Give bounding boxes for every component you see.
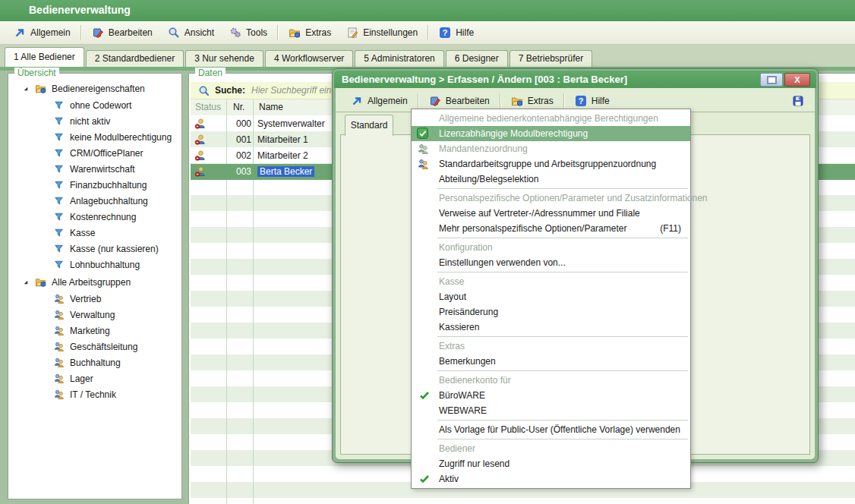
tree-item-lohnbuchhaltung[interactable]: Lohnbuchhaltung [52, 257, 140, 272]
dialog-menu-allgemein[interactable]: Allgemein [343, 93, 415, 109]
tree-node-alle-arbeitsgruppen[interactable]: Alle Arbeitsgruppen [22, 274, 131, 290]
menu-item-standardarbeitsgruppe[interactable]: Standardarbeitsgruppe und Arbeitsgruppen… [412, 156, 690, 172]
help-icon [575, 95, 587, 107]
dialog-menu-hilfe[interactable]: Hilfe [567, 93, 617, 109]
tree-item-marketing[interactable]: Marketing [52, 323, 110, 339]
menu-item-zugriff-nur-lesend[interactable]: Zugriff nur lesend [412, 456, 690, 471]
tab-standard[interactable]: Standard [345, 115, 393, 136]
tree-item-anlagebuchhaltung[interactable]: Anlagebuchhaltung [52, 193, 148, 209]
filter-icon [52, 227, 65, 238]
dialog-title: Bedienerverwaltung > Erfassen / Ändern [… [342, 74, 627, 85]
user-status-icon [194, 165, 207, 178]
menu-section-header: Konfiguration [412, 240, 690, 255]
filter-icon [52, 163, 65, 175]
tree-item-it-technik[interactable]: IT / Technik [52, 386, 116, 402]
arrow-up-right-icon [14, 27, 26, 39]
menu-item-bemerkungen[interactable]: Bemerkungen [412, 354, 690, 369]
tree-item-buchhaltung[interactable]: Buchhaltung [52, 354, 121, 370]
menu-item-einstellungen-verwenden-von[interactable]: Einstellungen verwenden von... [412, 255, 690, 270]
menubar-separator [80, 25, 82, 40]
tree-item-lager[interactable]: Lager [52, 370, 93, 386]
filter-icon [52, 99, 65, 111]
save-floppy-icon[interactable] [792, 95, 804, 107]
menu-item-lizenzabhaengige-modulberechtigung[interactable]: Lizenzabhängige Modulberechtigung [412, 126, 690, 141]
menu-item-abteilung-belegselektion[interactable]: Abteilung/Belegselektion [412, 172, 690, 187]
open-folder-icon [34, 83, 47, 94]
filter-icon [52, 259, 65, 270]
tree-item-ohne-codewort[interactable]: ohne Codewort [52, 97, 131, 113]
user-group-icon [52, 357, 65, 368]
menu-ansicht[interactable]: Ansicht [160, 24, 222, 41]
menu-item-mandantenzuordnung: Mandantenzuordnung [412, 141, 690, 156]
restore-button[interactable] [760, 73, 783, 87]
column-nr[interactable]: Nr. [233, 102, 245, 112]
menu-tools[interactable]: Tools [222, 24, 275, 41]
tab-alle-bediener[interactable]: 1 Alle Bediener [5, 47, 84, 67]
tree-item-geschaeftsleitung[interactable]: Geschäftsleitung [52, 339, 137, 354]
help-icon [439, 27, 451, 39]
menu-shortcut: (F11) [660, 221, 681, 236]
menu-item-preisaenderung[interactable]: Preisänderung [412, 304, 690, 320]
tree-item-kasse[interactable]: Kasse [52, 225, 95, 241]
menu-item-kassieren[interactable]: Kassieren [412, 320, 690, 335]
expander-icon[interactable] [22, 279, 30, 286]
checkmark-icon [418, 473, 431, 485]
menu-hilfe[interactable]: Hilfe [431, 24, 481, 41]
menu-item-layout[interactable]: Layout [412, 289, 690, 304]
tree-item-finanzbuchhaltung[interactable]: Finanzbuchhaltung [52, 177, 147, 193]
tab-workflowserver[interactable]: 4 Workflowserver [265, 50, 353, 67]
user-status-icon [194, 118, 207, 130]
tab-administratoren[interactable]: 5 Administratoren [355, 50, 443, 67]
bedienerverwaltung-app: Bedienerverwaltung Allgemein Bearbeiten … [0, 0, 855, 504]
menu-item-als-vorlage-public-user[interactable]: Als Vorlage für Public-User (Öffentliche… [412, 422, 690, 437]
menu-item-webware[interactable]: WEBWARE [412, 403, 690, 418]
menu-item-aktiv[interactable]: Aktiv [412, 471, 690, 487]
column-status[interactable]: Status [195, 102, 221, 112]
user-group-icon [52, 341, 65, 352]
tree-item-kostenrechnung[interactable]: Kostenrechnung [52, 209, 136, 225]
menu-extras[interactable]: Extras [281, 24, 339, 41]
tree-item-verwaltung[interactable]: Verwaltung [52, 307, 115, 323]
menu-bearbeiten[interactable]: Bearbeiten [84, 24, 160, 41]
tree-node-bedienereigenschaften[interactable]: Bedienereigenschaften [22, 80, 145, 96]
edit-tool-icon [429, 95, 441, 107]
menu-item-verweise-vertreter[interactable]: Verweise auf Vertreter-/Adressnummer und… [412, 206, 690, 221]
menu-einstellungen[interactable]: Einstellungen [339, 24, 425, 41]
menu-section-header: Bedienerkonto für [412, 373, 690, 388]
column-name[interactable]: Name [259, 102, 283, 112]
tree-item-warenwirtschaft[interactable]: Warenwirtschaft [52, 161, 135, 177]
magnifier-icon [168, 27, 180, 39]
main-menubar: Allgemein Bearbeiten Ansicht Tools Extra… [0, 21, 855, 45]
tab-standardbediener[interactable]: 2 Standardbediener [86, 50, 184, 67]
edit-tool-icon [92, 27, 104, 39]
menu-section-header: Personalspezifische Optionen/Parameter u… [412, 191, 690, 206]
menu-item-mehr-personalspezifische[interactable]: Mehr personalspezifische Optionen/Parame… [412, 221, 690, 236]
open-folder-icon [34, 276, 47, 288]
arrow-up-right-icon [351, 95, 363, 107]
tab-nur-sehende[interactable]: 3 Nur sehende [185, 50, 263, 67]
user-status-icon [194, 134, 207, 146]
filter-icon [52, 195, 65, 206]
tab-betriebspruefer[interactable]: 7 Betriebsprüfer [510, 50, 592, 67]
dialog-menu-bearbeiten[interactable]: Bearbeiten [421, 93, 497, 109]
filter-icon [52, 211, 65, 222]
menu-item-bueroware[interactable]: BüroWARE [412, 388, 690, 403]
bearbeiten-context-menu: Allgemeine bedienerkontenabhängige Berec… [411, 109, 691, 489]
checkbox-checked-icon [417, 128, 428, 139]
close-button[interactable]: X [784, 73, 810, 87]
dialog-titlebar: Bedienerverwaltung > Erfassen / Ändern [… [334, 71, 816, 88]
filter-icon [52, 243, 65, 254]
tab-designer[interactable]: 6 Designer [446, 50, 508, 67]
tree-item-keine-modulberechtigung[interactable]: keine Modulberechtigung [52, 129, 172, 145]
tree-item-vertrieb[interactable]: Vertrieb [52, 291, 101, 307]
user-group-icon [417, 158, 429, 170]
tree-item-kasse-nur-kassieren[interactable]: Kasse (nur kassieren) [52, 241, 159, 257]
tree-item-crm-officeplaner[interactable]: CRM/OfficePlaner [52, 145, 143, 161]
menu-allgemein[interactable]: Allgemein [6, 24, 78, 41]
tree-item-nicht-aktiv[interactable]: nicht aktiv [52, 113, 110, 129]
user-group-icon [52, 293, 65, 304]
folder-extras-icon [511, 95, 523, 107]
expander-icon[interactable] [22, 85, 30, 93]
menu-section-header: Extras [412, 339, 690, 354]
dialog-menu-extras[interactable]: Extras [503, 93, 561, 109]
